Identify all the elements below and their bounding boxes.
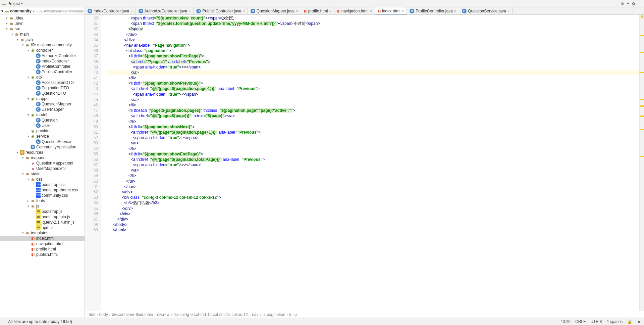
tree-node[interactable]: CCommunityApplication xyxy=(0,144,85,150)
warning-mark[interactable] xyxy=(640,156,644,157)
warning-mark[interactable] xyxy=(640,72,644,73)
close-icon[interactable]: × xyxy=(402,9,404,13)
tree-node[interactable]: ▾🖿.idea xyxy=(0,15,85,21)
code-line[interactable]: </a> xyxy=(107,140,639,146)
code-line[interactable]: <a th:href="@{/(page=${pagination.totalP… xyxy=(107,157,639,162)
tree-node[interactable]: CSSbootstrap-theme.css xyxy=(0,187,85,193)
code-line[interactable]: </a> xyxy=(107,97,639,102)
editor-tab[interactable]: CIndexController.java× xyxy=(85,7,136,14)
close-icon[interactable]: × xyxy=(329,9,331,13)
tree-node[interactable]: CPaginationDTO xyxy=(0,85,85,91)
inspections-icon[interactable]: ☻ xyxy=(637,319,641,324)
tree-node[interactable]: ▾▤resources xyxy=(0,150,85,155)
editor-tab[interactable]: CPublishController.java× xyxy=(194,7,248,14)
split-icon[interactable]: ÷ xyxy=(627,1,629,6)
project-dropdown-icon[interactable]: ▾ xyxy=(21,2,23,5)
warning-mark[interactable] xyxy=(640,129,644,130)
tree-node[interactable]: ◧navigation.html xyxy=(0,241,85,246)
tree-node[interactable]: CSSbootstrap.css xyxy=(0,182,85,187)
code-line[interactable]: <span aria-hidden="true">></span> xyxy=(107,135,639,140)
close-icon[interactable]: × xyxy=(454,9,456,13)
code-editor[interactable]: 3031323334353637383940414243444546474849… xyxy=(85,15,644,311)
project-path[interactable]: ▾ ▬ community H:\IDEA\workspace\communit… xyxy=(0,7,85,15)
editor-tab[interactable]: CProfileController.java× xyxy=(407,7,459,14)
project-label[interactable]: Project xyxy=(7,1,20,6)
tree-node[interactable]: ▾🖿src xyxy=(0,26,85,32)
code-line[interactable]: </a> xyxy=(107,70,639,75)
chevron-icon[interactable]: ▾ xyxy=(21,42,25,48)
tree-node[interactable]: ▾◉mapper xyxy=(0,96,85,101)
tree-node[interactable]: ◉provider xyxy=(0,128,85,134)
tree-node[interactable]: CUserMapper xyxy=(0,107,85,112)
chevron-icon[interactable]: ▾ xyxy=(10,32,14,37)
code-line[interactable]: </li> xyxy=(107,75,639,81)
tree-node[interactable]: ◧index.html xyxy=(0,236,85,241)
tree-node[interactable]: JSbootstrap.min.js xyxy=(0,214,85,220)
code-line[interactable]: <a th:href="@{/(page=${pagination.page-1… xyxy=(107,86,639,91)
tree-node[interactable]: ▾◉model xyxy=(0,112,85,118)
tree-node[interactable]: JSjquery-2.1.4.min.js xyxy=(0,220,85,225)
line-separator[interactable]: CRLF xyxy=(575,319,586,324)
analysis-marker-icon[interactable] xyxy=(641,15,643,18)
close-icon[interactable]: × xyxy=(296,9,298,13)
tree-node[interactable]: ▾🖿js xyxy=(0,203,85,209)
code-line[interactable]: <span th:text="${#dates.format(question.… xyxy=(107,21,639,26)
code-line[interactable]: <span aria-hidden="true">>></span> xyxy=(107,162,639,168)
warning-mark[interactable] xyxy=(640,35,644,36)
warning-mark[interactable] xyxy=(640,115,644,117)
expand-icon[interactable]: ▾ xyxy=(1,9,3,13)
code-line[interactable]: </li> xyxy=(107,146,639,151)
breadcrumb[interactable]: html›body›div.container-fluid.main›div.r… xyxy=(85,311,644,318)
breadcrumb-item[interactable]: div.container-fluid.main xyxy=(112,312,153,317)
tree-node[interactable]: CProfileController xyxy=(0,64,85,69)
code-line[interactable]: </html> xyxy=(107,227,639,233)
warning-mark[interactable] xyxy=(640,99,644,100)
close-icon[interactable]: × xyxy=(507,9,509,13)
tree-node[interactable]: ▾◉life.majiang.community xyxy=(0,42,85,48)
chevron-icon[interactable]: ▸ xyxy=(26,198,30,203)
tree-node[interactable]: ▾◉dto xyxy=(0,75,85,80)
tree-node[interactable]: ▾🖿templates xyxy=(0,230,85,236)
breadcrumb-item[interactable]: body xyxy=(99,312,108,317)
code-line[interactable]: </div> xyxy=(107,217,639,222)
tree-node[interactable]: CIndexController xyxy=(0,58,85,64)
chevron-icon[interactable]: ▾ xyxy=(26,134,30,139)
tree-node[interactable]: ▾🖿static xyxy=(0,171,85,177)
breadcrumb-item[interactable]: li xyxy=(289,312,291,317)
tree-node[interactable]: ◆UserMapper.xml xyxy=(0,166,85,171)
code-line[interactable]: <a href="/?page=1" aria-label="Previous"… xyxy=(107,59,639,64)
tree-node[interactable]: JSbootstrap.js xyxy=(0,209,85,214)
tree-node[interactable]: ▾🖿css xyxy=(0,177,85,182)
editor-tabs[interactable]: CIndexController.java×CAuthorizeControll… xyxy=(85,7,644,15)
tree-node[interactable]: ▾🖿java xyxy=(0,37,85,42)
code-line[interactable]: </span> xyxy=(107,26,639,32)
code-line[interactable]: <li th:if="${pagination.showNext}"> xyxy=(107,124,639,130)
code-line[interactable]: <li th:if="${pagination.showEndPage}"> xyxy=(107,151,639,157)
code-line[interactable]: <span aria-hidden="true"><<</span> xyxy=(107,64,639,70)
lock-icon[interactable]: 🔒 xyxy=(627,319,632,324)
code-line[interactable]: </li> xyxy=(107,173,639,178)
chevron-icon[interactable]: ▾ xyxy=(21,155,25,160)
settings-icon[interactable]: ✿ xyxy=(632,1,635,6)
chevron-icon[interactable]: ▸ xyxy=(5,21,9,26)
caret-position[interactable]: 40:29 xyxy=(560,319,571,324)
tree-node[interactable]: CQuestionService xyxy=(0,139,85,144)
code-line[interactable]: </body> xyxy=(107,222,639,227)
code-line[interactable]: <ul class="pagination"> xyxy=(107,48,639,53)
breadcrumb-item[interactable]: a xyxy=(295,312,298,317)
tree-node[interactable]: ◧publish.html xyxy=(0,252,85,257)
chevron-icon[interactable]: ▾ xyxy=(21,171,25,177)
code-line[interactable]: </a> xyxy=(107,168,639,173)
tree-node[interactable]: ◆QuestionMapper.xml xyxy=(0,160,85,166)
chevron-icon[interactable]: ▾ xyxy=(15,150,19,155)
code-line[interactable]: <li th:if="${pagination.showPrevious}"> xyxy=(107,81,639,86)
code-line[interactable]: <span aria-hidden="true"><</span> xyxy=(107,92,639,97)
chevron-icon[interactable]: ▾ xyxy=(5,26,9,32)
chevron-icon[interactable]: ▾ xyxy=(26,112,30,118)
code-line[interactable]: </div> xyxy=(107,37,639,43)
code-line[interactable]: <a th:href="@{/(page=${pagination.page+1… xyxy=(107,130,639,135)
tree-node[interactable]: ▸🖿.mvn xyxy=(0,21,85,26)
code-line[interactable]: <li th:each="page:${pagination.pages}" t… xyxy=(107,108,639,113)
status-square-icon[interactable] xyxy=(3,320,6,323)
tree-node[interactable]: ▾◉service xyxy=(0,134,85,139)
